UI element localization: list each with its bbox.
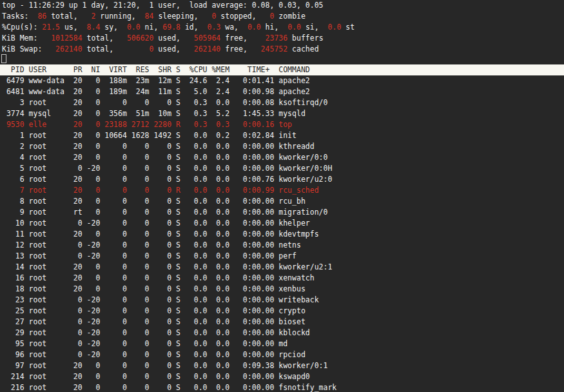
process-row: 6481 www-data 20 0 189m 24m 11m S 5.0 2.… bbox=[2, 86, 336, 97]
process-row: 29 root 0 -20 0 0 0 S 0.0 0.0 0:00.00 kb… bbox=[2, 328, 336, 338]
terminal-screen[interactable]: top - 11:26:29 up 1 day, 21:20, 1 user, … bbox=[0, 0, 564, 392]
summary-line: %Cpu(s): 21.5 us, 8.4 sy, 0.0 ni, 69.8 i… bbox=[2, 22, 355, 33]
process-row: 9530 elle 20 0 23188 2712 2280 R 0.3 0.3… bbox=[2, 119, 336, 130]
process-row: 12 root 0 -20 0 0 0 S 0.0 0.0 0:00.00 ne… bbox=[2, 240, 336, 251]
process-row: 6479 www-data 20 0 188m 23m 12m S 24.6 2… bbox=[2, 75, 336, 86]
process-row: 16 root 20 0 0 0 0 S 0.0 0.0 0:00.00 xen… bbox=[2, 273, 336, 284]
process-row: 95 root 0 -20 0 0 0 S 0.0 0.0 0:00.00 md bbox=[2, 338, 336, 349]
process-row: 97 root 20 0 0 0 0 S 0.0 0.0 0:09.38 kwo… bbox=[2, 360, 336, 371]
top-summary: top - 11:26:29 up 1 day, 21:20, 1 user, … bbox=[2, 0, 355, 55]
process-row: 27 root 0 -20 0 0 0 S 0.0 0.0 0:00.00 bi… bbox=[2, 317, 336, 328]
process-row: 2 root 20 0 0 0 0 S 0.0 0.0 0:00.00 kthr… bbox=[2, 141, 336, 152]
summary-line: KiB Swap: 262140 total, 0 used, 262140 f… bbox=[2, 44, 355, 55]
process-row: 4 root 20 0 0 0 0 S 0.0 0.0 0:00.00 kwor… bbox=[2, 152, 336, 163]
process-row: 3774 mysql 20 0 356m 51m 10m S 0.3 5.2 1… bbox=[2, 108, 336, 119]
process-row: 8 root 20 0 0 0 0 S 0.0 0.0 0:00.00 rcu_… bbox=[2, 196, 336, 207]
process-row: 7 root 20 0 0 0 0 R 0.0 0.0 0:00.99 rcu_… bbox=[2, 185, 336, 196]
process-table-header-bar: PID USER PR NI VIRT RES SHR S %CPU %MEM … bbox=[0, 64, 564, 75]
process-row: 1 root 20 0 10664 1628 1492 S 0.0 0.2 0:… bbox=[2, 130, 336, 141]
process-row: 3 root 20 0 0 0 0 S 0.3 0.0 0:00.08 ksof… bbox=[2, 97, 336, 108]
summary-line: Tasks: 86 total, 2 running, 84 sleeping,… bbox=[2, 11, 355, 22]
process-table-header: PID USER PR NI VIRT RES SHR S %CPU %MEM … bbox=[0, 64, 564, 75]
process-row: 23 root 0 -20 0 0 0 S 0.0 0.0 0:00.00 wr… bbox=[2, 295, 336, 306]
terminal-cursor bbox=[1, 54, 6, 63]
process-row: 216 root 20 0 0 0 0 S 0.0 0.0 0:00.00 fs… bbox=[2, 382, 336, 392]
process-row: 214 root 20 0 0 0 0 S 0.0 0.0 0:00.00 ks… bbox=[2, 371, 336, 382]
process-row: 18 root 20 0 0 0 0 S 0.0 0.0 0:00.00 xen… bbox=[2, 284, 336, 295]
process-row: 13 root 0 -20 0 0 0 S 0.0 0.0 0:00.00 pe… bbox=[2, 251, 336, 262]
process-row: 10 root 0 -20 0 0 0 S 0.0 0.0 0:00.00 kh… bbox=[2, 218, 336, 229]
process-row: 9 root rt 0 0 0 0 S 0.0 0.0 0:00.00 migr… bbox=[2, 207, 336, 218]
summary-line: top - 11:26:29 up 1 day, 21:20, 1 user, … bbox=[2, 0, 355, 11]
process-row: 5 root 0 -20 0 0 0 S 0.0 0.0 0:00.00 kwo… bbox=[2, 163, 336, 174]
process-rows: 6479 www-data 20 0 188m 23m 12m S 24.6 2… bbox=[2, 75, 336, 392]
process-row: 14 root 20 0 0 0 0 S 0.0 0.0 0:00.00 kwo… bbox=[2, 262, 336, 273]
process-row: 25 root 0 -20 0 0 0 S 0.0 0.0 0:00.00 cr… bbox=[2, 306, 336, 317]
summary-line: KiB Mem: 1012584 total, 506620 used, 505… bbox=[2, 33, 355, 44]
process-row: 6 root 20 0 0 0 0 S 0.0 0.0 0:00.76 kwor… bbox=[2, 174, 336, 185]
process-row: 11 root 20 0 0 0 0 S 0.0 0.0 0:00.00 kde… bbox=[2, 229, 336, 240]
process-row: 96 root 0 -20 0 0 0 S 0.0 0.0 0:00.00 rp… bbox=[2, 349, 336, 360]
